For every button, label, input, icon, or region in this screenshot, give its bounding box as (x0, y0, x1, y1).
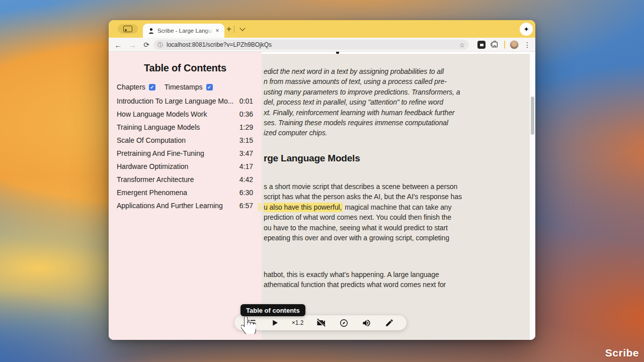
tab-search-button[interactable] (118, 24, 138, 34)
toggle-chapters: Chapters (117, 83, 155, 91)
transcript-paragraph: edict the next word in a text by assigni… (264, 66, 460, 138)
highlighted-text[interactable]: u also have this powerful, (264, 203, 343, 212)
chapter-title: Introduction To Large Language Mo... (117, 97, 233, 105)
chapter-timestamp: 1:29 (239, 123, 253, 131)
chapter-timestamp: 3:15 (239, 136, 253, 144)
site-info-icon[interactable]: ⓘ (157, 41, 163, 49)
chapter-timestamp: 4:42 (239, 175, 253, 184)
transcript-paragraph: hatbot, this is exactly what's happening… (264, 269, 446, 290)
transcript-line: ized computer chips. (264, 128, 460, 138)
section-heading: rge Language Models (264, 153, 360, 164)
player-toolbar: ×1.2 (234, 315, 407, 330)
transcript-paragraph: s a short movie script that describes a … (264, 182, 462, 243)
toc-chapter-row[interactable]: Introduction To Large Language Mo...0:01 (109, 95, 262, 108)
toolbar-divider (504, 41, 505, 49)
transcript-line: epeating this over and over with a growi… (264, 233, 462, 243)
tooltip: Table of contents (240, 304, 305, 316)
transcript-line: ses. Training these models requires imme… (264, 118, 460, 128)
tab-scribe[interactable]: Scribe - Large Language Mod × (143, 24, 224, 38)
transcript-line: n from massive amounts of text, using a … (264, 76, 460, 86)
toc-chapter-row[interactable]: How Language Models Work0:36 (109, 108, 262, 121)
toc-title: Table of Contents (109, 62, 262, 74)
url-bar[interactable]: ⓘ localhost:8081/scribe?v=LPZh9BOjkQs ☆ (153, 40, 469, 50)
transcript-line: xt. Finally, reinforcement learning with… (264, 108, 460, 118)
toc-chapter-row[interactable]: Hardware Optimization4:17 (109, 160, 262, 173)
chapter-timestamp: 3:47 (239, 149, 253, 157)
profile-card-icon (123, 26, 132, 32)
bookmark-star-icon[interactable]: ☆ (459, 41, 465, 49)
chapters-checkbox[interactable] (149, 84, 155, 90)
toc-chapter-row[interactable]: Applications And Further Learning6:57 (109, 200, 262, 213)
page-content: edict the next word in a text by assigni… (109, 52, 535, 340)
chapter-title: Hardware Optimization (117, 162, 188, 170)
toc-chapter-list: Introduction To Large Language Mo...0:01… (109, 95, 262, 213)
chapter-title: How Language Models Work (117, 110, 207, 118)
transcript-line: ou have to the machine, seeing what it w… (264, 223, 462, 233)
sparkle-button[interactable]: ✦ (520, 23, 533, 36)
toc-chapter-row[interactable]: Training Language Models1:29 (109, 121, 262, 134)
url-text[interactable]: localhost:8081/scribe?v=LPZh9BOjkQs (167, 41, 456, 48)
chapter-title: Emergent Phenomena (117, 189, 187, 197)
chapter-title: Transformer Architecture (117, 175, 194, 184)
chapter-timestamp: 0:36 (239, 110, 253, 118)
desktop: Scribe Scribe - Large Language Mod × + ✦… (0, 0, 644, 362)
chapter-timestamp: 0:01 (239, 97, 253, 105)
camera-off-button[interactable] (315, 317, 327, 328)
tab-strip: Scribe - Large Language Mod × + ✦ (109, 20, 535, 38)
extensions-puzzle-icon[interactable] (491, 41, 499, 49)
toc-toggles: ChaptersTimestamps (117, 83, 213, 91)
close-tab-icon[interactable]: × (213, 27, 221, 35)
tab-title: Scribe - Large Language Mod (157, 28, 213, 34)
chapter-timestamp: 6:30 (239, 189, 253, 197)
transcript-line: hatbot, this is exactly what's happening… (264, 269, 446, 280)
transcript-line: u also have this powerful, magical machi… (264, 202, 462, 212)
browser-toolbar: ← → ⟳ ⓘ localhost:8081/scribe?v=LPZh9BOj… (109, 38, 535, 52)
transcript-line: script has what the person asks the AI, … (264, 192, 462, 202)
transcript-line: edict the next word in a text by assigni… (264, 66, 460, 76)
scribe-wordmark: Scribe (605, 347, 639, 359)
transcript: edict the next word in a text by assigni… (264, 52, 530, 340)
transcript-text: magical machine that can take any (343, 203, 451, 211)
transcript-line: prediction of what word comes next. You … (264, 212, 462, 222)
menu-kebab-icon[interactable]: ⋮ (523, 39, 532, 50)
transcript-line: usting many parameters to improve predic… (264, 87, 460, 97)
toggle-label: Chapters (117, 83, 145, 91)
browser-window: Scribe - Large Language Mod × + ✦ ← → ⟳ … (109, 20, 535, 340)
scrollbar-thumb[interactable] (531, 97, 534, 135)
tab-menu-button[interactable] (237, 25, 248, 34)
chapter-timestamp: 6:57 (239, 202, 253, 210)
scribe-favicon-icon (148, 28, 154, 34)
playback-speed-button[interactable]: ×1.2 (292, 319, 304, 326)
chevron-down-icon (239, 25, 245, 31)
reload-button[interactable]: ⟳ (141, 39, 152, 50)
transcript-line: s a short movie script that describes a … (264, 182, 462, 192)
timestamps-checkbox[interactable] (206, 84, 213, 90)
toc-chapter-row[interactable]: Pretraining And Fine-Tuning3:47 (109, 147, 262, 160)
extension-icon[interactable] (477, 41, 486, 49)
back-button[interactable]: ← (113, 39, 124, 50)
compass-button[interactable] (338, 317, 349, 328)
new-tab-button[interactable]: + (223, 24, 235, 34)
chapter-title: Scale Of Computation (117, 136, 186, 144)
scrollbar-track[interactable] (530, 52, 535, 340)
play-button[interactable] (269, 317, 280, 328)
tabstrip-divider (234, 26, 234, 33)
chapter-title: Applications And Further Learning (117, 202, 223, 210)
toc-chapter-row[interactable]: Scale Of Computation3:15 (109, 134, 262, 147)
transcript-line: del, process text in parallel, using "at… (264, 97, 460, 107)
chapter-title: Training Language Models (117, 123, 200, 131)
table-of-contents-button[interactable] (246, 317, 257, 328)
volume-button[interactable] (361, 317, 372, 328)
chapter-title: Pretraining And Fine-Tuning (117, 149, 204, 157)
transcript-paragraph: rge Language Models (264, 153, 360, 164)
chapter-timestamp: 4:17 (239, 162, 253, 170)
transcript-line: athematical function that predicts what … (264, 280, 446, 290)
toggle-label: Timestamps (165, 83, 203, 91)
toc-chapter-row[interactable]: Emergent Phenomena6:30 (109, 187, 262, 200)
forward-button: → (127, 39, 138, 50)
profile-avatar[interactable] (510, 40, 519, 49)
toggle-timestamps: Timestamps (165, 83, 213, 91)
toc-chapter-row[interactable]: Transformer Architecture4:42 (109, 173, 262, 187)
edit-pencil-button[interactable] (384, 317, 395, 328)
table-of-contents-panel: Table of Contents ChaptersTimestamps Int… (109, 52, 262, 340)
